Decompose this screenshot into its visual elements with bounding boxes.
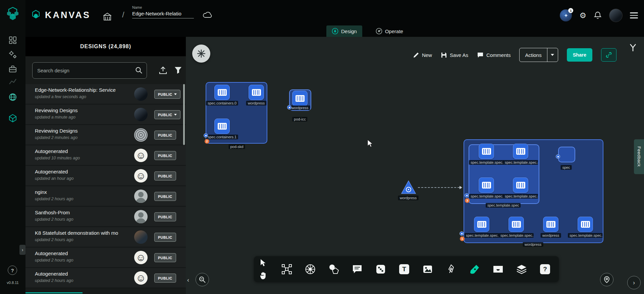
design-list-item[interactable]: K8 Statefulset demonstration with mo upd…: [25, 227, 186, 247]
share-button[interactable]: Share: [567, 48, 592, 62]
schema-shapes-tool[interactable]: [281, 263, 293, 275]
wordpress-triangle-node[interactable]: [401, 180, 416, 194]
kubernetes-context-button[interactable]: [192, 45, 210, 63]
node-label: wordpress: [541, 233, 561, 238]
comments-button[interactable]: Comments: [477, 52, 511, 58]
design-list-item[interactable]: Reviewing Designs updated a minute ago P…: [25, 104, 186, 125]
design-list-item[interactable]: Autogenerated updated 2 hours ago PUBLIC: [25, 247, 186, 268]
visibility-badge[interactable]: PUBLIC: [154, 90, 180, 99]
visibility-badge[interactable]: PUBLIC: [154, 110, 180, 119]
node-label: spec.template.spec...: [568, 233, 603, 238]
design-list-item[interactable]: Autogenerated updated 10 minutes ago PUB…: [25, 145, 186, 166]
layers-tool[interactable]: [516, 263, 528, 275]
list-scrollbar[interactable]: [183, 84, 185, 145]
select-tool[interactable]: [257, 258, 269, 268]
visibility-badge[interactable]: PUBLIC: [154, 233, 176, 242]
right-panel-toggle-icon[interactable]: [629, 44, 637, 52]
visibility-badge[interactable]: PUBLIC: [154, 131, 176, 140]
pen-tool[interactable]: [445, 263, 457, 275]
new-button[interactable]: New: [413, 52, 432, 58]
import-design-icon[interactable]: [158, 66, 168, 75]
tab-design[interactable]: Design: [326, 25, 362, 37]
kubernetes-tool[interactable]: [304, 263, 316, 275]
spec-node[interactable]: [558, 147, 575, 162]
design-list-item[interactable]: Santhosh-Prom updated 2 hours ago PUBLIC: [25, 207, 186, 227]
sticker-tool[interactable]: [375, 263, 387, 275]
pod-node[interactable]: [214, 85, 230, 100]
pod-node[interactable]: [578, 217, 593, 232]
copy-link-button[interactable]: [601, 48, 616, 62]
feedback-tab[interactable]: Feedback: [634, 139, 644, 174]
kanvas-logo-icon[interactable]: [5, 6, 21, 22]
kanvas-app: v0.8.11 KANVAS Name Edge-Network-Relatio: [0, 0, 644, 294]
design-canvas[interactable]: New Save As Comments Actions Share: [186, 37, 644, 294]
user-avatar[interactable]: [609, 9, 623, 22]
zoom-out-button[interactable]: [196, 273, 209, 286]
shapes-tool[interactable]: [328, 263, 340, 275]
mesh-globe-icon[interactable]: [8, 92, 17, 102]
pod-node[interactable]: [214, 119, 230, 134]
actions-caret-icon[interactable]: [547, 48, 558, 62]
help-tool[interactable]: [539, 263, 551, 275]
visibility-badge[interactable]: PUBLIC: [154, 253, 176, 262]
actions-dropdown-button[interactable]: Actions: [519, 48, 558, 62]
timeline-icon[interactable]: [8, 77, 17, 86]
design-list-item[interactable]: Reviewing Designs updated 2 minutes ago …: [25, 125, 186, 145]
panel-expand-chevron-icon[interactable]: [19, 245, 25, 255]
settings-gears-icon[interactable]: [8, 50, 17, 59]
pod-node[interactable]: [543, 217, 558, 232]
search-input[interactable]: [32, 62, 147, 79]
pod-node[interactable]: [249, 85, 264, 100]
cloud-sync-icon[interactable]: [203, 11, 213, 19]
name-label: Name: [132, 5, 194, 9]
design-name-input[interactable]: Edge-Network-Relatio: [132, 11, 194, 18]
pod-node[interactable]: [474, 217, 489, 232]
collapse-panel-chevron-icon[interactable]: ‹: [187, 277, 189, 284]
pod-node[interactable]: [479, 144, 494, 159]
node-label: spec: [560, 165, 572, 170]
design-list-item[interactable]: Autogenerated updated 2 hours ago PUBLIC: [25, 268, 186, 288]
pod-node[interactable]: [513, 144, 528, 159]
pan-hand-tool[interactable]: [257, 270, 269, 281]
locate-design-button[interactable]: [600, 273, 613, 286]
brand-name: KANVAS: [45, 10, 91, 20]
media-tool[interactable]: [422, 263, 434, 275]
visibility-badge[interactable]: PUBLIC: [154, 151, 176, 160]
design-list-item[interactable]: Autogenerated updated an hour ago PUBLIC: [25, 166, 186, 186]
brand[interactable]: KANVAS: [30, 9, 91, 21]
design-name-field: Name Edge-Network-Relatio: [132, 5, 194, 18]
expand-right-chevron-button[interactable]: ›: [627, 276, 641, 289]
organization-icon[interactable]: [103, 12, 112, 21]
toolbox-icon[interactable]: [8, 64, 17, 74]
kanvas-cube-icon[interactable]: [8, 114, 17, 123]
notification-count-badge: 1: [568, 8, 573, 13]
design-list-item[interactable]: nginx updated 2 hours ago PUBLIC: [25, 186, 186, 207]
tab-operate[interactable]: Operate: [370, 25, 409, 37]
menu-hamburger-icon[interactable]: [630, 12, 638, 18]
group-label: wordpress: [523, 242, 543, 247]
visibility-badge[interactable]: PUBLIC: [154, 274, 176, 283]
container-icon: [482, 148, 491, 155]
node-label: spec.containers.0: [206, 101, 238, 105]
dashboard-icon[interactable]: [8, 35, 17, 45]
pod-node[interactable]: [292, 91, 308, 106]
catalog-notification-button[interactable]: 1: [560, 9, 572, 21]
save-as-button[interactable]: Save As: [441, 52, 468, 58]
design-list-item[interactable]: Edge-Network-Relationship: Service updat…: [25, 84, 186, 104]
design-name: Autogenerated: [35, 169, 68, 174]
notifications-bell-icon[interactable]: [594, 11, 602, 20]
visibility-badge[interactable]: PUBLIC: [154, 171, 176, 180]
text-tool[interactable]: [398, 263, 410, 275]
draw-tool-active[interactable]: [469, 263, 481, 275]
help-button[interactable]: [8, 266, 17, 275]
settings-gear-icon[interactable]: ⚙: [579, 11, 586, 20]
visibility-badge[interactable]: PUBLIC: [154, 192, 176, 201]
comment-tool[interactable]: [351, 263, 363, 275]
drawer-tool[interactable]: [492, 263, 504, 275]
visibility-badge[interactable]: PUBLIC: [154, 212, 176, 221]
pod-node[interactable]: [479, 177, 494, 193]
filter-icon[interactable]: [174, 66, 182, 74]
pod-node[interactable]: [513, 177, 528, 193]
pod-node[interactable]: [508, 217, 524, 232]
pencil-icon: [413, 52, 419, 58]
